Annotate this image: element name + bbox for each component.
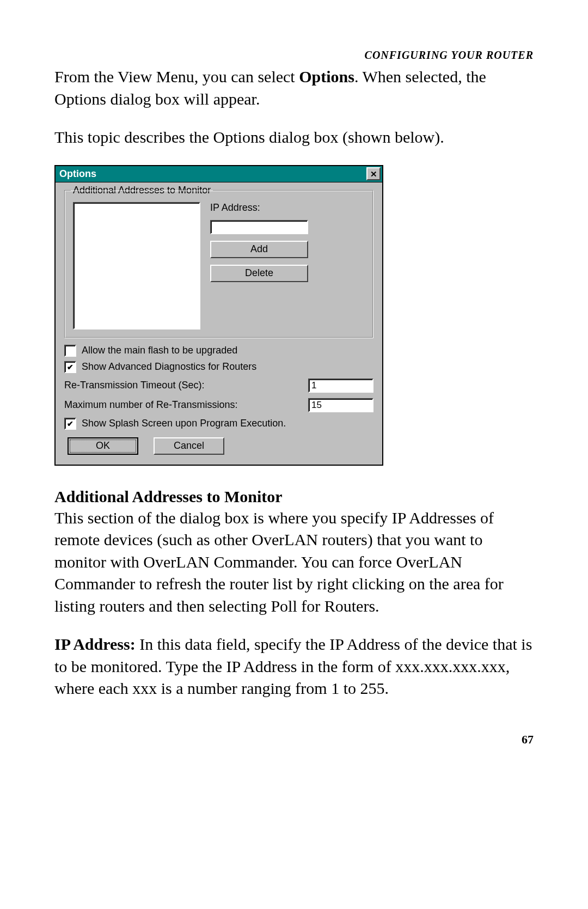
dialog-titlebar[interactable]: Options ✕ [56, 166, 382, 182]
check-icon: ✔ [67, 363, 74, 371]
show-splash-label: Show Splash Screen upon Program Executio… [82, 418, 286, 429]
intro-paragraph: From the View Menu, you can select Optio… [54, 66, 534, 110]
subheading-addresses: Additional Addresses to Monitor [54, 487, 534, 506]
show-diag-checkbox[interactable]: ✔ [64, 361, 76, 373]
ok-button[interactable]: OK [68, 437, 138, 455]
options-dialog: Options ✕ Additional Addresses to Monito… [54, 165, 383, 466]
show-diag-label: Show Advanced Diagnostics for Routers [82, 361, 256, 373]
add-button[interactable]: Add [210, 241, 308, 258]
ip-address-input[interactable] [210, 220, 308, 234]
delete-button[interactable]: Delete [210, 265, 308, 282]
max-retrans-input[interactable] [308, 398, 373, 412]
show-splash-checkbox[interactable]: ✔ [64, 418, 76, 430]
retrans-timeout-label: Re-Transmission Timeout (Sec): [64, 380, 204, 391]
show-diag-row[interactable]: ✔ Show Advanced Diagnostics for Routers [64, 361, 373, 373]
close-button[interactable]: ✕ [366, 167, 381, 180]
allow-flash-checkbox[interactable] [64, 345, 76, 357]
dialog-title: Options [57, 167, 99, 181]
ip-address-lead: IP Address: [54, 635, 136, 653]
ip-address-paragraph: IP Address: In this data field, specify … [54, 633, 534, 700]
page-number: 67 [54, 733, 534, 747]
close-icon: ✕ [370, 170, 377, 178]
show-splash-row[interactable]: ✔ Show Splash Screen upon Program Execut… [64, 418, 373, 430]
page-header: CONFIGURING YOUR ROUTER [54, 49, 534, 62]
allow-flash-label: Allow the main flash to be upgraded [82, 345, 237, 356]
check-icon: ✔ [67, 419, 74, 428]
retrans-timeout-input[interactable] [308, 379, 373, 393]
intro-bold: Options [299, 68, 354, 86]
ip-address-label: IP Address: [210, 202, 365, 213]
allow-flash-row[interactable]: Allow the main flash to be upgraded [64, 345, 373, 357]
topic-line: This topic describes the Options dialog … [54, 126, 534, 149]
address-listbox[interactable] [73, 202, 200, 330]
addresses-groupbox: Additional Addresses to Monitor IP Addre… [64, 190, 373, 338]
cancel-button[interactable]: Cancel [154, 437, 224, 455]
addresses-body: This section of the dialog box is where … [54, 507, 534, 618]
max-retrans-label: Maximum number of Re-Transmissions: [64, 399, 237, 411]
intro-pre: From the View Menu, you can select [54, 68, 299, 86]
groupbox-legend: Additional Addresses to Monitor [71, 185, 213, 196]
